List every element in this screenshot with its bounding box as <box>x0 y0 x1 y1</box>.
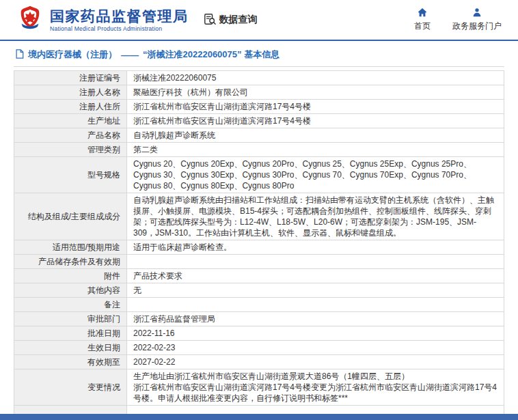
row-value: 2022-02-23 <box>127 341 504 355</box>
breadcrumb-current: “浙械注准20222060075” 基本信息 <box>143 48 280 61</box>
row-label: 管理类别 <box>14 143 127 157</box>
row-label: 审批部门 <box>14 312 127 326</box>
row-value: 聚融医疗科技（杭州）有限公司 <box>127 85 504 100</box>
table-row: 管理类别 第二类 <box>14 143 504 157</box>
nav-portal-label: 政务服务门户 <box>452 20 502 32</box>
table-row: 产品名称 自动乳腺超声诊断系统 <box>14 128 504 143</box>
breadcrumb-section[interactable]: 境内医疗器械（注册） <box>28 48 117 61</box>
row-value: 浙江省杭州市临安区青山湖街道滨河路17号4号楼 <box>127 114 504 128</box>
header-nav: 首页 政务服务门户 <box>414 8 502 32</box>
row-value: 自动乳腺超声诊断系统 <box>127 128 504 143</box>
row-value: 2022-11-16 <box>127 326 504 341</box>
nav-data-query[interactable]: 数据查询 <box>204 13 258 27</box>
brand-text: 国家药品监督管理局 National Medical Products Admi… <box>50 8 189 32</box>
nav-home[interactable]: 首页 <box>414 8 431 32</box>
row-label: 有效期至 <box>14 355 127 369</box>
brand[interactable]: 国家药品监督管理局 National Medical Products Admi… <box>16 5 189 35</box>
row-value: 2027-02-22 <box>127 355 504 369</box>
agency-name-en: National Medical Products Administration <box>50 25 189 32</box>
row-label: 产品储存条件及有效期 <box>14 255 127 269</box>
row-value: 详情 <box>127 406 504 415</box>
table-row: 审批部门 浙江省药品监督管理局 <box>14 312 504 326</box>
row-label: 生产地址 <box>14 114 127 128</box>
row-label: 注册人名称 <box>14 85 127 100</box>
row-value <box>127 255 504 269</box>
row-label: 注册证编号 <box>14 71 127 85</box>
data-query-label: 数据查询 <box>219 14 258 26</box>
row-value: 浙江省药品监督管理局 <box>127 312 504 326</box>
row-label: 结构及组成/主要组成成分 <box>14 193 127 240</box>
table-row: 备注 <box>14 298 504 312</box>
nav-portal[interactable]: 政务服务门户 <box>452 8 502 32</box>
row-value: 生产地址由浙江省杭州市临安区青山湖街道景观大道86号（1幢四层、五层） 浙江省杭… <box>127 369 504 406</box>
nmpa-logo-icon <box>16 5 44 35</box>
row-value: Cygnus 20、Cygnus 20Exp、Cygnus 20Pro、Cygn… <box>127 157 504 193</box>
row-value: 无 <box>127 283 504 298</box>
row-value: 产品技术要求 <box>127 269 504 283</box>
table-row: 注册人名称 聚融医疗科技（杭州）有限公司 <box>14 85 504 100</box>
registration-info-table: 注册证编号 浙械注准20222060075 注册人名称 聚融医疗科技（杭州）有限… <box>14 70 504 414</box>
row-label: 注 <box>14 406 127 415</box>
row-label: 其他内容 <box>14 283 127 298</box>
table-row: 结构及组成/主要组成成分 自动乳腺超声诊断系统由扫描站和工作站组成：扫描站由带有… <box>14 193 504 240</box>
table-row: 生效日期 2022-02-23 <box>14 341 504 355</box>
footer-bar <box>0 414 518 420</box>
table-row: 批准日期 2022-11-16 <box>14 326 504 341</box>
row-value: 浙械注准20222060075 <box>127 71 504 85</box>
main-content: 境内医疗器械（注册） —— “浙械注准20222060075” 基本信息 注册证… <box>0 41 518 414</box>
row-label: 生效日期 <box>14 341 127 355</box>
row-label: 注册人住所 <box>14 100 127 114</box>
table-row: 变更情况 生产地址由浙江省杭州市临安区青山湖街道景观大道86号（1幢四层、五层）… <box>14 369 504 406</box>
row-label: 备注 <box>14 298 127 312</box>
row-label: 产品名称 <box>14 128 127 143</box>
table-row: 附件 产品技术要求 <box>14 269 504 283</box>
document-icon <box>15 49 24 61</box>
table-row: 其他内容 无 <box>14 283 504 298</box>
nav-home-label: 首页 <box>414 20 431 32</box>
row-label: 附件 <box>14 269 127 283</box>
table-row: 适用范围/预期用途 适用于临床超声诊断检查。 <box>14 240 504 255</box>
table-row: 型号规格 Cygnus 20、Cygnus 20Exp、Cygnus 20Pro… <box>14 157 504 193</box>
agency-name-cn: 国家药品监督管理局 <box>50 8 189 25</box>
user-icon <box>472 8 482 19</box>
row-value: 适用于临床超声诊断检查。 <box>127 240 504 255</box>
row-label: 变更情况 <box>14 369 127 406</box>
row-label: 批准日期 <box>14 326 127 341</box>
data-query-icon <box>204 13 216 27</box>
row-value: 第二类 <box>127 143 504 157</box>
row-value <box>127 298 504 312</box>
table-row: 有效期至 2027-02-22 <box>14 355 504 369</box>
breadcrumb: 境内医疗器械（注册） —— “浙械注准20222060075” 基本信息 <box>14 44 504 67</box>
table-row-note: 注 详情 <box>14 406 504 415</box>
row-label: 适用范围/预期用途 <box>14 240 127 255</box>
breadcrumb-separator: —— <box>121 50 139 60</box>
home-icon <box>418 8 427 19</box>
row-value: 自动乳腺超声诊断系统由扫描站和工作站组成：扫描站由带有运动支臂的主机系统（含软件… <box>127 193 504 240</box>
table-row: 注册证编号 浙械注准20222060075 <box>14 71 504 85</box>
site-header: 国家药品监督管理局 National Medical Products Admi… <box>0 0 518 40</box>
table-row: 生产地址 浙江省杭州市临安区青山湖街道滨河路17号4号楼 <box>14 114 504 128</box>
table-row: 注册人住所 浙江省杭州市临安区青山湖街道滨河路17号4号楼 <box>14 100 504 114</box>
row-label: 型号规格 <box>14 157 127 193</box>
row-value: 浙江省杭州市临安区青山湖街道滨河路17号4号楼 <box>127 100 504 114</box>
table-row: 产品储存条件及有效期 <box>14 255 504 269</box>
